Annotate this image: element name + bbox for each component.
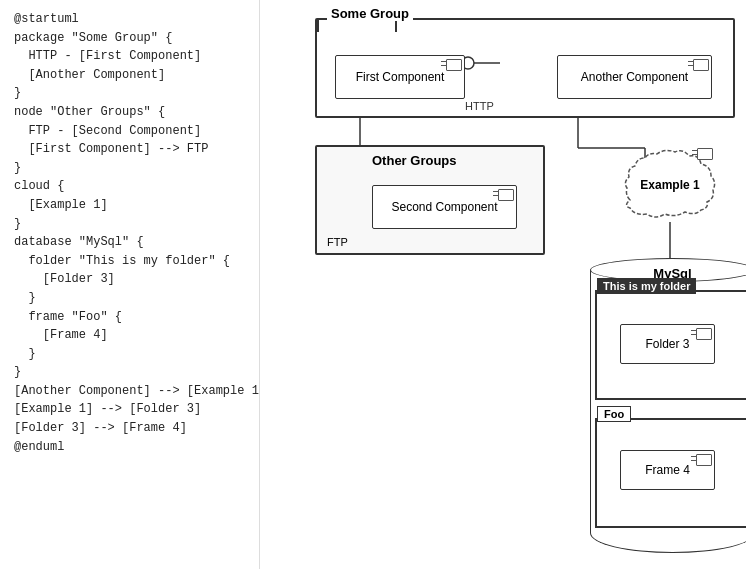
component-icon-folder3 [696, 328, 710, 338]
code-line: [Example 1] --> [Folder 3] [14, 400, 245, 419]
folder-frame-label: This is my folder [597, 278, 696, 294]
code-line: cloud { [14, 177, 245, 196]
component-icon-another [693, 59, 707, 69]
code-line: package "Some Group" { [14, 29, 245, 48]
component-icon-example1 [697, 148, 711, 158]
code-line: folder "This is my folder" { [14, 252, 245, 271]
second-component-label: Second Component [391, 200, 497, 214]
mysql-container: MySql This is my folder Folder 3 Foo Fra… [590, 258, 746, 553]
some-group-label: Some Group [327, 6, 413, 21]
folder3-label: Folder 3 [645, 337, 689, 351]
first-component-label: First Component [356, 70, 445, 84]
example1-cloud: Example 1 [615, 140, 725, 220]
first-component-box: First Component [335, 55, 465, 99]
code-panel: @startumlpackage "Some Group" { HTTP - [… [0, 0, 260, 569]
code-line: } [14, 159, 245, 178]
diagram-panel: Some Group First Component Another Compo… [260, 0, 746, 569]
code-line: [Another Component] --> [Example 1] [14, 382, 245, 401]
another-component-label: Another Component [581, 70, 688, 84]
code-line: [Another Component] [14, 66, 245, 85]
second-component-box: Second Component [372, 185, 517, 229]
component-icon-first [446, 59, 460, 69]
code-line: } [14, 84, 245, 103]
code-line: @enduml [14, 438, 245, 457]
code-line: [Folder 3] [14, 270, 245, 289]
code-line: frame "Foo" { [14, 308, 245, 327]
code-line: [Frame 4] [14, 326, 245, 345]
example1-label: Example 1 [640, 178, 699, 192]
code-line: } [14, 363, 245, 382]
code-line: [Example 1] [14, 196, 245, 215]
code-line: } [14, 215, 245, 234]
some-group-container: Some Group First Component Another Compo… [315, 18, 735, 118]
ftp-label: FTP [327, 236, 348, 248]
foo-frame-label: Foo [597, 406, 631, 422]
code-content: @startumlpackage "Some Group" { HTTP - [… [14, 10, 245, 456]
foo-frame: Foo Frame 4 [595, 418, 746, 528]
code-line: FTP - [Second Component] [14, 122, 245, 141]
component-icon-frame4 [696, 454, 710, 464]
frame4-label: Frame 4 [645, 463, 690, 477]
code-line: [First Component] --> FTP [14, 140, 245, 159]
code-line: database "MySql" { [14, 233, 245, 252]
folder3-box: Folder 3 [620, 324, 715, 364]
code-line: } [14, 345, 245, 364]
code-line: [Folder 3] --> [Frame 4] [14, 419, 245, 438]
other-groups-label: Other Groups [372, 153, 457, 168]
component-icon-second [498, 189, 512, 199]
code-line: node "Other Groups" { [14, 103, 245, 122]
code-line: HTTP - [First Component] [14, 47, 245, 66]
code-line: } [14, 289, 245, 308]
another-component-box: Another Component [557, 55, 712, 99]
folder-frame: This is my folder Folder 3 [595, 290, 746, 400]
other-groups-container: Other Groups Second Component FTP [315, 145, 545, 255]
frame4-box: Frame 4 [620, 450, 715, 490]
code-line: @startuml [14, 10, 245, 29]
http-label: HTTP [465, 100, 494, 112]
